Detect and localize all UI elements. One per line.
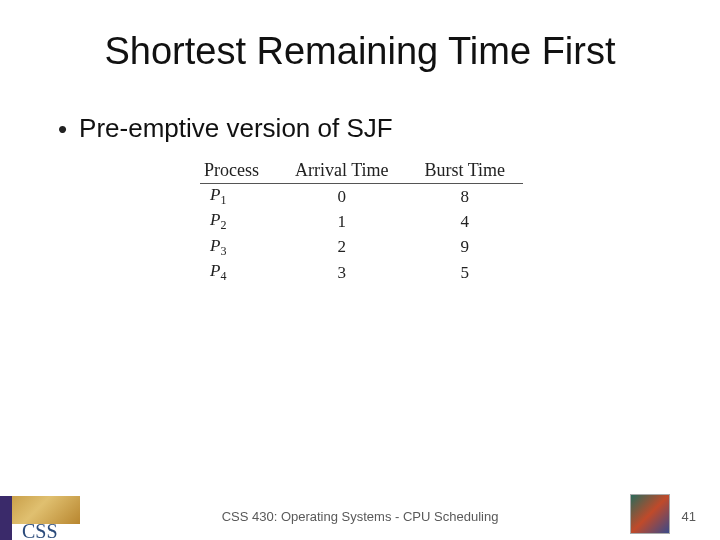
cell-burst: 5 [407, 260, 524, 285]
cell-process: P3 [200, 235, 277, 260]
textbook-thumbnail-icon [630, 494, 670, 534]
bullet-row: • Pre-emptive version of SJF [58, 113, 393, 144]
table-row: P3 2 9 [200, 235, 523, 260]
logo-text: CSS [22, 520, 58, 540]
footer-text: CSS 430: Operating Systems - CPU Schedul… [0, 509, 720, 524]
cell-arrival: 2 [277, 235, 407, 260]
uwb-css-logo: CSS [0, 496, 80, 540]
cell-process: P2 [200, 209, 277, 234]
cell-burst: 8 [407, 184, 524, 210]
cell-arrival: 3 [277, 260, 407, 285]
cell-burst: 9 [407, 235, 524, 260]
cell-process: P1 [200, 184, 277, 210]
table-row: P4 3 5 [200, 260, 523, 285]
col-arrival: Arrival Time [277, 158, 407, 184]
table-row: P1 0 8 [200, 184, 523, 210]
col-process: Process [200, 158, 277, 184]
slide-title: Shortest Remaining Time First [0, 30, 720, 73]
table-header-row: Process Arrival Time Burst Time [200, 158, 523, 184]
cell-burst: 4 [407, 209, 524, 234]
table-row: P2 1 4 [200, 209, 523, 234]
cell-arrival: 1 [277, 209, 407, 234]
page-number: 41 [682, 509, 696, 524]
col-burst: Burst Time [407, 158, 524, 184]
cell-arrival: 0 [277, 184, 407, 210]
process-table: Process Arrival Time Burst Time P1 0 8 P… [200, 158, 523, 286]
bullet-text: Pre-emptive version of SJF [79, 113, 393, 144]
slide: Shortest Remaining Time First • Pre-empt… [0, 0, 720, 540]
cell-process: P4 [200, 260, 277, 285]
logo-bar [0, 496, 12, 540]
bullet-marker: • [58, 116, 67, 142]
